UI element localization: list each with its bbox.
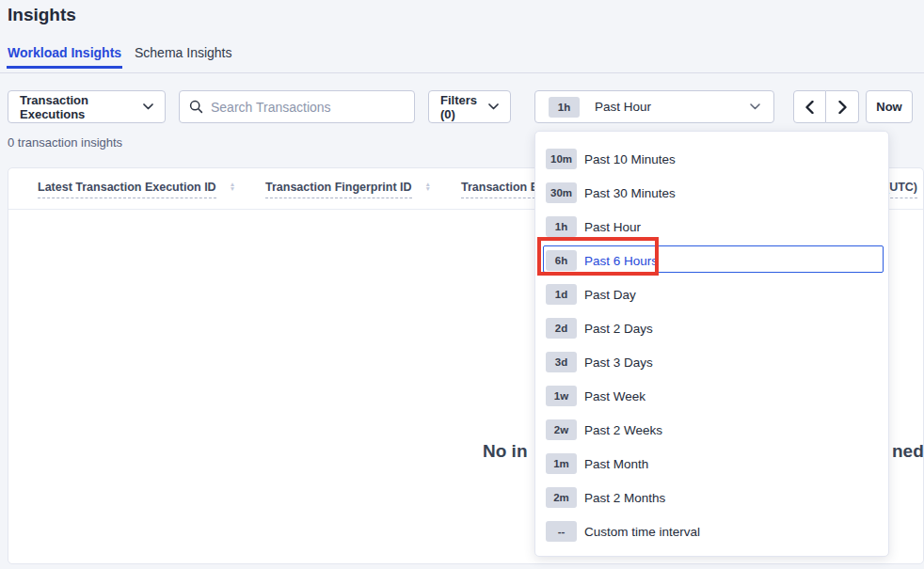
time-interval-option[interactable]: 2w Past 2 Weeks [535,413,888,447]
time-option-label: Custom time interval [584,525,700,539]
column-label: (UTC) [885,181,917,198]
table-column-header[interactable]: Transaction Fingerprint ID ▲▼ [265,181,431,198]
search-container [179,90,415,123]
time-option-label: Past 2 Days [584,322,653,336]
time-option-badge: 2m [546,487,577,508]
time-interval-select[interactable]: 1h Past Hour [534,90,774,123]
time-option-badge: 6h [546,250,577,271]
execution-type-label: Transaction Executions [20,93,143,121]
column-label: Latest Transaction Execution ID [38,181,216,198]
time-option-label: Past 6 Hours [584,254,658,268]
empty-state-text: ned. [892,441,924,462]
search-icon [189,100,203,114]
time-option-label: Past Hour [584,220,641,234]
search-input[interactable] [211,100,405,115]
tab-bar: Workload Insights Schema Insights [0,45,924,73]
chevron-down-icon [143,103,153,110]
page-title: Insights [8,5,76,25]
chevron-down-icon [488,103,499,110]
time-interval-option[interactable]: 1m Past Month [535,447,888,481]
time-option-badge: 2d [546,318,577,339]
time-interval-option[interactable]: 10m Past 10 Minutes [535,142,888,176]
time-nav-group [793,90,859,123]
time-option-label: Past 2 Weeks [584,423,662,437]
time-option-badge: 2w [546,419,577,440]
previous-interval-button[interactable] [793,90,826,123]
empty-state-text: No in [483,441,528,462]
time-interval-badge: 1h [549,97,580,118]
execution-type-select[interactable]: Transaction Executions [8,90,166,123]
tab-workload-insights[interactable]: Workload Insights [8,45,121,60]
time-option-badge: 1m [546,453,577,474]
time-interval-option[interactable]: 30m Past 30 Minutes [535,176,888,210]
time-option-label: Past 30 Minutes [584,186,676,200]
time-interval-value: Past Hour [595,100,651,114]
time-interval-option[interactable]: 1w Past Week [535,379,888,413]
table-column-header[interactable]: Transaction Ex [461,181,545,198]
time-interval-option[interactable]: 2d Past 2 Days [535,311,888,345]
time-interval-option[interactable]: 6h Past 6 Hours [535,244,888,277]
now-button[interactable]: Now [866,90,913,123]
time-option-badge: 10m [546,149,577,169]
time-interval-option[interactable]: 3d Past 3 Days [535,345,888,379]
insights-count: 0 transaction insights [8,135,122,150]
tab-schema-insights[interactable]: Schema Insights [135,45,232,60]
time-option-badge: 1d [546,284,577,305]
time-interval-option[interactable]: -- Custom time interval [535,514,888,548]
time-option-badge: 3d [546,352,577,372]
filters-label: Filters (0) [440,93,488,121]
time-option-badge: -- [546,521,577,542]
table-column-header[interactable]: Latest Transaction Execution ID ▲▼ [38,181,235,198]
table-column-header[interactable]: (UTC) [885,181,917,198]
time-option-badge: 1w [546,386,577,406]
filters-button[interactable]: Filters (0) [428,90,511,123]
time-option-label: Past 2 Months [584,491,665,505]
time-option-label: Past Month [584,457,648,471]
time-interval-option[interactable]: 2m Past 2 Months [535,481,888,514]
sort-icon[interactable]: ▲▼ [425,182,431,191]
time-interval-option[interactable]: 1h Past Hour [535,210,888,244]
time-option-label: Past 3 Days [584,356,653,370]
next-interval-button[interactable] [826,90,859,123]
time-option-label: Past 10 Minutes [584,152,676,166]
time-option-label: Past Week [584,389,645,403]
time-option-badge: 1h [546,216,577,237]
chevron-down-icon [750,103,760,110]
time-interval-dropdown: 10m Past 10 Minutes 30m Past 30 Minutes … [534,131,889,557]
insights-page: Insights Workload Insights Schema Insigh… [0,0,924,569]
time-interval-option[interactable]: 1d Past Day [535,277,888,311]
time-option-badge: 30m [546,182,577,203]
time-option-label: Past Day [584,288,636,302]
sort-icon[interactable]: ▲▼ [230,182,235,191]
column-label: Transaction Ex [461,181,545,198]
column-label: Transaction Fingerprint ID [265,181,412,198]
